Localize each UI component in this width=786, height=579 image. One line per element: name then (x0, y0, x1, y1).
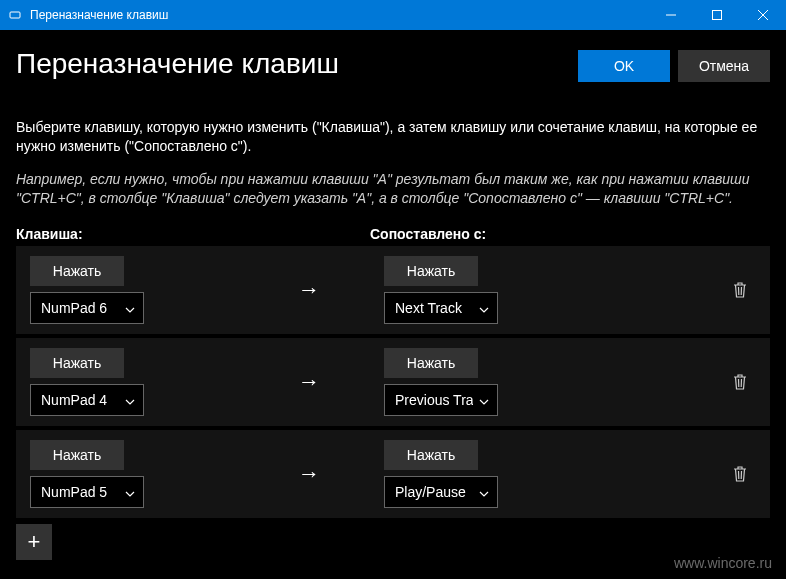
close-button[interactable] (740, 0, 786, 30)
key-cell: Нажать NumPad 6 (30, 256, 234, 324)
trash-icon (732, 465, 748, 483)
mapped-cell: Нажать Previous Track (384, 348, 588, 416)
type-key-button[interactable]: Нажать (30, 348, 124, 378)
chevron-down-icon (479, 300, 489, 316)
page-title: Переназначение клавиш (16, 48, 339, 80)
header-row: Переназначение клавиш OK Отмена (16, 48, 770, 82)
add-mapping-button[interactable]: + (16, 524, 52, 560)
app-icon (8, 8, 22, 22)
type-mapped-button[interactable]: Нажать (384, 256, 478, 286)
key-select[interactable]: NumPad 5 (30, 476, 144, 508)
chevron-down-icon (125, 392, 135, 408)
mapped-cell: Нажать Play/Pause (384, 440, 588, 508)
ok-button[interactable]: OK (578, 50, 670, 82)
type-key-button[interactable]: Нажать (30, 256, 124, 286)
titlebar: Переназначение клавиш (0, 0, 786, 30)
key-select-value: NumPad 6 (41, 300, 107, 316)
key-cell: Нажать NumPad 4 (30, 348, 234, 416)
chevron-down-icon (125, 300, 135, 316)
delete-row-button[interactable] (724, 458, 756, 490)
arrow-icon: → (234, 369, 384, 395)
watermark: www.wincore.ru (674, 555, 772, 571)
column-headers: Клавиша: Сопоставлено с: (16, 226, 770, 242)
mapping-row: Нажать NumPad 4 → Нажать Previous Track (16, 338, 770, 426)
mapping-row: Нажать NumPad 5 → Нажать Play/Pause (16, 430, 770, 518)
chevron-down-icon (125, 484, 135, 500)
chevron-down-icon (479, 392, 489, 408)
header-buttons: OK Отмена (578, 50, 770, 82)
window-controls (648, 0, 786, 30)
mapped-select-value: Previous Track (395, 392, 473, 408)
content: Переназначение клавиш OK Отмена Выберите… (0, 30, 786, 560)
mapped-select[interactable]: Play/Pause (384, 476, 498, 508)
key-cell: Нажать NumPad 5 (30, 440, 234, 508)
mapping-row: Нажать NumPad 6 → Нажать Next Track (16, 246, 770, 334)
trash-icon (732, 373, 748, 391)
column-mapped-label: Сопоставлено с: (370, 226, 770, 242)
trash-icon (732, 281, 748, 299)
key-select-value: NumPad 5 (41, 484, 107, 500)
column-key-label: Клавиша: (16, 226, 370, 242)
mapping-rows: Нажать NumPad 6 → Нажать Next Track (16, 246, 770, 522)
type-mapped-button[interactable]: Нажать (384, 348, 478, 378)
description-text: Выберите клавишу, которую нужно изменить… (16, 118, 770, 156)
add-row: + (16, 524, 770, 560)
type-mapped-button[interactable]: Нажать (384, 440, 478, 470)
example-text: Например, если нужно, чтобы при нажатии … (16, 170, 770, 208)
key-select[interactable]: NumPad 4 (30, 384, 144, 416)
mapped-select[interactable]: Previous Track (384, 384, 498, 416)
titlebar-left: Переназначение клавиш (0, 8, 168, 22)
arrow-icon: → (234, 461, 384, 487)
arrow-icon: → (234, 277, 384, 303)
chevron-down-icon (479, 484, 489, 500)
mapped-select-value: Play/Pause (395, 484, 466, 500)
cancel-button[interactable]: Отмена (678, 50, 770, 82)
key-select-value: NumPad 4 (41, 392, 107, 408)
delete-row-button[interactable] (724, 274, 756, 306)
mapped-select[interactable]: Next Track (384, 292, 498, 324)
type-key-button[interactable]: Нажать (30, 440, 124, 470)
minimize-button[interactable] (648, 0, 694, 30)
svg-rect-0 (10, 12, 20, 18)
maximize-button[interactable] (694, 0, 740, 30)
mapped-select-value: Next Track (395, 300, 462, 316)
key-select[interactable]: NumPad 6 (30, 292, 144, 324)
plus-icon: + (28, 529, 41, 555)
window-title: Переназначение клавиш (30, 8, 168, 22)
delete-row-button[interactable] (724, 366, 756, 398)
mapped-cell: Нажать Next Track (384, 256, 588, 324)
svg-rect-5 (713, 11, 722, 20)
